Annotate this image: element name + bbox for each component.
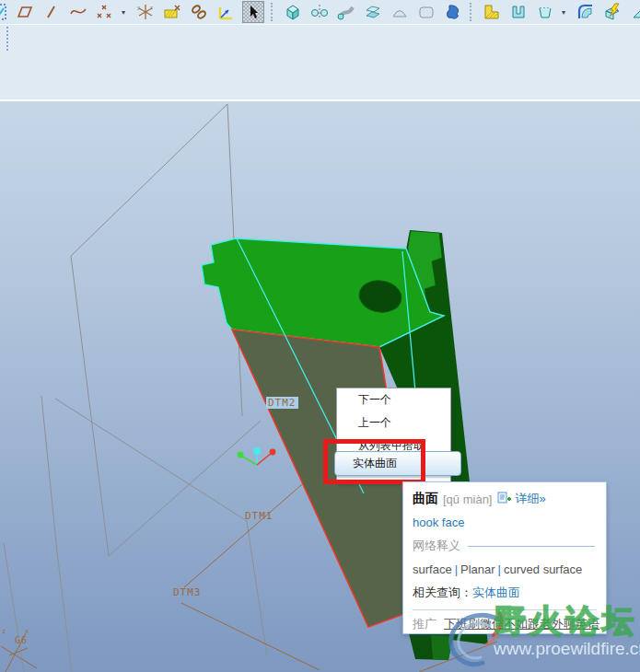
docked-toolbar-stub bbox=[0, 27, 8, 51]
sweep-icon[interactable] bbox=[336, 2, 356, 22]
datum-csys-icon[interactable] bbox=[215, 2, 236, 22]
secondary-toolbar-area bbox=[0, 25, 640, 101]
main-toolbar: ▾ xy ▾ bbox=[0, 0, 640, 25]
menu-item-previous[interactable]: 上一个 bbox=[337, 411, 450, 434]
rib-icon[interactable] bbox=[629, 2, 640, 22]
dict-promo-label: 推广 bbox=[413, 616, 436, 632]
blend-icon[interactable] bbox=[363, 2, 383, 22]
label-dtm2[interactable]: DTM2 bbox=[266, 397, 298, 409]
dict-section-rule bbox=[468, 546, 595, 547]
fill-surface-icon[interactable] bbox=[416, 2, 436, 22]
datum-plane-icon[interactable] bbox=[162, 2, 182, 22]
datum-axis-icon[interactable]: xy bbox=[135, 2, 156, 22]
dict-pipe: | bbox=[495, 562, 504, 576]
select-arrow-icon[interactable] bbox=[242, 1, 264, 23]
datum-plane-wireframe[interactable] bbox=[4, 104, 267, 672]
menu-item-next[interactable]: 下一个 bbox=[337, 388, 450, 411]
csys-triad[interactable] bbox=[238, 447, 276, 465]
label-dtm3[interactable]: DTM3 bbox=[173, 586, 202, 598]
add-to-wordbook-icon[interactable] bbox=[497, 491, 511, 507]
point-dropdown-icon[interactable]: ▾ bbox=[122, 2, 129, 22]
sketch-rectangle-icon[interactable] bbox=[15, 2, 35, 22]
label-axis-z: z bbox=[2, 628, 6, 635]
palette-partial-icon[interactable] bbox=[0, 2, 8, 22]
draft-icon[interactable] bbox=[535, 2, 555, 22]
use-edge-chain-icon[interactable] bbox=[189, 2, 209, 22]
dict-web-section-label: 网络释义 bbox=[413, 538, 460, 554]
dict-web-definitions: surface | Planar | curved surface bbox=[413, 562, 606, 576]
dict-promo-link[interactable]: 下班刷微信不如跟老外聊英语 bbox=[444, 616, 599, 632]
sketch-point-icon[interactable] bbox=[95, 2, 115, 22]
label-dtm1[interactable]: DTM1 bbox=[245, 510, 273, 522]
dict-detail-link[interactable]: 详细» bbox=[515, 491, 545, 507]
dict-divider bbox=[413, 609, 597, 610]
extrude-icon[interactable] bbox=[283, 2, 303, 22]
shell-icon[interactable] bbox=[508, 2, 529, 22]
boundary-surface-icon[interactable] bbox=[390, 2, 410, 22]
dictionary-popup: 曲面 [qū miàn] 详细» hook face 网络释义 surface … bbox=[402, 481, 607, 634]
dict-related-link[interactable]: 实体曲面 bbox=[472, 585, 520, 601]
dict-related-label: 相关查询： bbox=[413, 585, 472, 601]
red-annotation-rectangle bbox=[323, 439, 425, 484]
toolbar-separator bbox=[271, 3, 276, 21]
revolve-icon[interactable] bbox=[309, 2, 330, 22]
dict-translation-link[interactable]: hook face bbox=[413, 516, 464, 529]
sketch-line-icon[interactable] bbox=[41, 2, 62, 22]
svg-text:x: x bbox=[150, 5, 153, 10]
label-axis-g6[interactable]: G6 bbox=[15, 635, 28, 645]
style-surface-icon[interactable] bbox=[443, 2, 463, 22]
part-bottom-tip-light bbox=[431, 635, 453, 660]
toolbar-separator bbox=[470, 3, 475, 21]
dict-web-def-1: surface bbox=[413, 562, 452, 576]
dict-web-def-3: curved surface bbox=[504, 562, 582, 576]
label-axis-x: x bbox=[25, 628, 29, 635]
svg-text:y: y bbox=[137, 5, 140, 10]
dict-headword: 曲面 bbox=[413, 491, 438, 507]
sketch-spline-icon[interactable] bbox=[68, 2, 88, 22]
flex-icon[interactable] bbox=[602, 2, 623, 22]
dict-pinyin: [qū miàn] bbox=[443, 492, 492, 506]
draft-dropdown-icon[interactable]: ▾ bbox=[562, 2, 569, 22]
hole-icon[interactable] bbox=[482, 2, 502, 22]
dict-pipe: | bbox=[452, 562, 460, 576]
dict-web-def-2: Planar bbox=[460, 562, 495, 576]
round-icon[interactable] bbox=[576, 2, 596, 22]
